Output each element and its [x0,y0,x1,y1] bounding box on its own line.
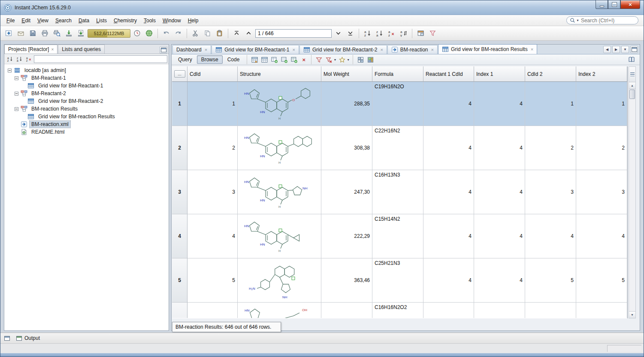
tree-node-bm-reaction-results[interactable]: BM-reaction Results [5,105,168,113]
maximize-button[interactable] [608,0,620,9]
column-header-index-2[interactable]: Index 2 [576,66,627,82]
search-scope-arrow[interactable]: ▼ [576,19,579,22]
favorites-star-icon[interactable] [338,55,346,64]
grid-row-2[interactable]: 22HNHNH308,38C22H16N24422 [172,126,627,170]
structure-cell[interactable]: HNHNH [238,126,321,170]
minimize-button[interactable] [596,0,608,9]
maximize-view-button[interactable] [630,46,638,53]
promote-filter-icon[interactable] [427,28,438,39]
reactant1-cdid-cell[interactable]: 4 [423,82,474,126]
formula-cell[interactable]: C22H16N2 [372,126,423,170]
index1-cell[interactable]: 4 [474,170,525,214]
formula-cell[interactable]: C15H14N2 [372,214,423,258]
column-header-reactant-1-cdid[interactable]: Reactant 1 CdId [423,66,474,82]
structure-cell[interactable]: HNOH [238,303,321,318]
formula-cell[interactable]: C16H13N3 [372,170,423,214]
grid-row-1[interactable]: 11HNHNHO288,35C19H16N2O4411 [172,82,627,126]
reactant1-cdid-cell[interactable]: 4 [423,258,474,303]
insert-row-icon[interactable] [260,55,269,64]
collapse-toggle-icon[interactable] [8,69,12,72]
formula-cell[interactable]: C25H21N3 [372,258,423,303]
cdid2-cell[interactable] [525,303,576,318]
query-mode-button[interactable]: Query [174,55,197,64]
menu-file[interactable]: File [3,16,18,25]
collapse-toggle-icon[interactable] [15,92,18,96]
tab-grid-view-for-bm-reactant-2[interactable]: Grid view for BM-Reactant-2× [299,45,387,54]
mol-weight-cell[interactable]: 222,29 [321,214,372,258]
tree-node-readme-html[interactable]: README.html [5,128,168,136]
window-layout-icon[interactable] [415,28,426,39]
scroll-tabs-right-button[interactable]: ▶ [612,46,620,53]
cdid2-cell[interactable]: 3 [525,170,576,214]
tree-node-grid-view-for-bm-reaction-results[interactable]: Grid view for BM-reaction Results [5,113,168,120]
index2-cell[interactable]: 4 [576,214,627,258]
tab-close-icon[interactable]: × [205,47,207,52]
tab-close-icon[interactable]: × [380,47,383,52]
next-record-icon[interactable] [333,28,344,39]
tab-grid-view-for-bm-reaction-results[interactable]: Grid view for BM-reaction Results× [438,44,537,54]
mol-weight-cell[interactable]: 363,46 [321,258,372,303]
search-box[interactable]: ▼ [566,16,638,24]
tree-node-bm-reaction-xml[interactable]: BM-reaction.xml [5,120,168,128]
tree-node-bm-reactant-1[interactable]: BM-Reactant-1 [5,74,168,82]
reactant1-cdid-cell[interactable]: 4 [423,170,474,214]
index2-cell[interactable]: 1 [576,82,627,126]
save-icon[interactable] [27,28,38,39]
last-record-icon[interactable] [345,28,356,39]
scroll-down-button[interactable]: ▼ [629,311,635,318]
close-button[interactable]: × [620,0,640,9]
undo-icon[interactable] [161,28,172,39]
scroll-up-button[interactable]: ▲ [629,82,635,89]
row-number[interactable]: 4 [172,214,187,258]
print-preview-icon[interactable] [51,28,62,39]
grid-row-5[interactable]: 55H₂NNH363,46C25H21N34455 [172,258,627,303]
add-row-icon[interactable] [270,55,278,64]
mol-weight-cell[interactable]: 247,30 [321,170,372,214]
index1-cell[interactable] [474,303,525,318]
sort-za-icon[interactable]: za [15,55,24,63]
menu-edit[interactable]: Edit [18,16,34,25]
print-icon[interactable] [39,28,50,39]
favorites-dropdown-arrow[interactable]: ▼ [347,58,350,61]
grid-row-6[interactable]: 6HNOHC16H16N2O2 [172,303,627,318]
menu-search[interactable]: Search [52,16,75,25]
index1-cell[interactable]: 4 [474,258,525,303]
cut-icon[interactable] [190,28,201,39]
cdid2-cell[interactable]: 5 [525,258,576,303]
copy-icon[interactable] [202,28,213,39]
cdid2-cell[interactable]: 1 [525,82,576,126]
open-icon[interactable] [15,28,26,39]
reactant1-cdid-cell[interactable]: 4 [423,214,474,258]
tab-bm-reaction[interactable]: BM-reaction× [387,45,438,54]
sort-descending-icon[interactable]: za [374,28,385,39]
structure-cell[interactable]: H₂NNH [238,258,321,303]
clear-filter-icon[interactable] [324,55,333,64]
index2-cell[interactable]: 3 [576,170,627,214]
tab-close-icon[interactable]: × [431,47,434,52]
index2-cell[interactable] [576,303,627,318]
reactant1-cdid-cell[interactable]: 4 [423,126,474,170]
column-header-structure[interactable]: Structure [238,66,321,82]
tab-close-icon[interactable]: × [293,47,295,52]
reactant1-cdid-cell[interactable] [423,303,474,318]
scrollbar-thumb[interactable] [629,90,635,99]
index2-cell[interactable]: 2 [576,126,627,170]
grid-corner-button[interactable]: ... [174,70,185,78]
restore-dock-icon[interactable] [4,336,10,341]
index1-cell[interactable]: 4 [474,82,525,126]
tree-filter-input[interactable] [34,55,167,63]
tree-node-grid-view-for-bm-reactant-2[interactable]: Grid view for BM-Reactant-2 [5,97,168,105]
clock-icon[interactable] [132,28,142,39]
menu-data[interactable]: Data [75,16,93,25]
tab-close-icon[interactable]: × [51,47,54,52]
code-mode-button[interactable]: Code [223,55,244,64]
grid-row-4[interactable]: 44HNHNH222,29C15H14N24444 [172,214,627,258]
formula-cell[interactable]: C19H16N2O [372,82,423,126]
column-header-formula[interactable]: Formula [372,66,423,82]
tree-node-bm-reactant-2[interactable]: BM-Reactant-2 [5,90,168,97]
delete-row-icon[interactable]: × [299,55,308,64]
search-input[interactable] [581,18,635,24]
tab-dashboard[interactable]: Dashboard× [172,45,211,54]
menu-chemistry[interactable]: Chemistry [110,16,140,25]
structure-cell[interactable]: HNHNHO [238,82,321,126]
